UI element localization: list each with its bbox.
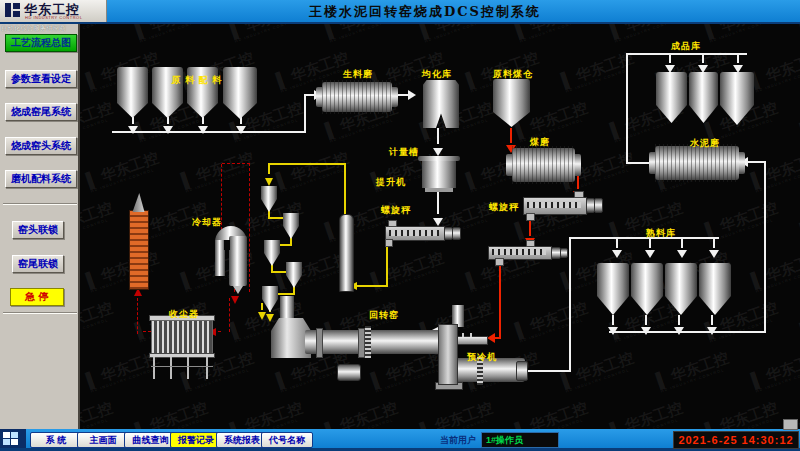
taskbar-button-system[interactable]: 系 统: [30, 432, 82, 448]
arrowhead: [645, 250, 655, 258]
sidebar-item-parameter-settings[interactable]: 参数查看设定: [5, 70, 77, 88]
watermark: ▌ 华东工控HD INDUSTRY CONTROL: [749, 348, 800, 393]
label-raw-coal-bin: 原料煤仓: [493, 68, 533, 81]
watermark: ▌ 华东工控HD INDUSTRY CONTROL: [749, 148, 800, 193]
silo: [597, 263, 629, 296]
screw-flights: [527, 202, 581, 208]
sidebar: 自动化综合服务供应商 工艺流程总图 参数查看设定 烧成窑尾系统 烧成窑头系统 磨…: [0, 24, 80, 429]
arrowhead: [198, 126, 208, 134]
gas-line: [249, 163, 250, 292]
flow-line: [167, 117, 169, 124]
process-diagram: 原 料 配 料 生料磨 均化库 原料煤仓 煤磨 计量槽 螺旋秤 螺旋秤 提升机 …: [80, 24, 800, 429]
kiln-drive-motor: [337, 364, 361, 381]
burner-mark: [462, 333, 464, 337]
arrowhead: [408, 90, 416, 100]
label-screw-scale-right: 螺旋秤: [489, 201, 519, 214]
watermark: ▌ 华东工控HD INDUSTRY CONTROL: [513, 298, 591, 343]
silo: [493, 79, 530, 112]
arrowhead: [128, 126, 138, 134]
watermark: ▌ 华东工控HD INDUSTRY CONTROL: [80, 298, 116, 343]
silo: [631, 263, 663, 296]
emergency-stop-button[interactable]: 急 停: [10, 288, 64, 306]
flow-line: [737, 55, 739, 63]
flow-line: [202, 117, 204, 124]
arrowhead: [163, 126, 173, 134]
gas-line: [229, 298, 230, 332]
flow-line: [612, 315, 614, 325]
flow-line: [261, 303, 263, 310]
kiln-girth-gear: [365, 326, 371, 358]
watermark: ▌ 华东工控HD INDUSTRY CONTROL: [323, 24, 401, 44]
chute: [388, 220, 397, 227]
label-coal-mill: 煤磨: [530, 136, 550, 149]
label-elevator: 提升机: [376, 176, 406, 189]
watermark: ▌ 华东工控HD INDUSTRY CONTROL: [418, 24, 496, 44]
flow-line: [702, 55, 704, 63]
gas-line: [222, 163, 250, 164]
flow-line: [569, 237, 719, 239]
arrowhead: [236, 126, 246, 134]
sidebar-item-kiln-head-system[interactable]: 烧成窑头系统: [5, 137, 77, 155]
arrowhead: [677, 250, 687, 258]
taskbar-button-code-names[interactable]: 代号名称: [261, 432, 313, 448]
flow-line: [304, 95, 306, 133]
sidebar-divider: [3, 312, 77, 314]
kiln-tyre: [316, 328, 323, 358]
sidebar-item-process-overview[interactable]: 工艺流程总图: [5, 34, 77, 52]
motor: [452, 227, 461, 240]
flow-line: [132, 117, 134, 124]
motor: [594, 198, 603, 213]
watermark: ▌ 华东工控HD INDUSTRY CONTROL: [703, 398, 781, 429]
flow-line: [112, 131, 306, 133]
kiln-head-housing: [438, 324, 458, 385]
arrowhead: [266, 314, 274, 322]
screw-flights: [492, 249, 546, 255]
chute: [526, 213, 535, 221]
flow-line: [437, 190, 439, 214]
dust-collector-brace: [151, 366, 213, 367]
flow-line: [268, 163, 346, 165]
windows-logo-icon: [11, 439, 18, 445]
label-raw-batching: 原 料 配 料: [172, 74, 223, 87]
start-button[interactable]: [0, 429, 26, 448]
metering-tank: [422, 161, 456, 188]
sidebar-item-kiln-tail-system[interactable]: 烧成窑尾系统: [5, 103, 77, 121]
silo: [720, 72, 754, 105]
taskbar-button-alarm-record[interactable]: 报警记录: [170, 432, 222, 448]
watermark: ▌ 华东工控HD INDUSTRY CONTROL: [608, 398, 686, 429]
kiln-tyre: [358, 328, 365, 358]
sidebar-item-kiln-head-interlock[interactable]: 窑头联锁: [12, 221, 64, 239]
watermark: ▌ 华东工控HD INDUSTRY CONTROL: [80, 98, 116, 143]
label-metering-tank: 计量槽: [389, 146, 419, 159]
arrowhead: [265, 178, 273, 186]
sidebar-item-kiln-tail-interlock[interactable]: 窑尾联锁: [12, 255, 64, 273]
silo: [689, 72, 718, 105]
current-user-label: 当前用户: [440, 434, 476, 447]
kiln-riser-pipe: [280, 296, 294, 320]
burner-mark: [470, 333, 472, 337]
precooler-cap: [516, 361, 528, 381]
flow-line: [645, 315, 647, 325]
flow-line: [609, 331, 766, 333]
dust-collector-body: [151, 320, 213, 355]
page-title: 王楼水泥回转窑烧成DCS控制系统: [309, 3, 541, 21]
windows-logo-icon: [3, 432, 10, 438]
resize-handle: [783, 419, 798, 430]
watermark: ▌ 华东工控HD INDUSTRY CONTROL: [418, 398, 496, 429]
current-user-value: 1#操作员: [481, 432, 559, 448]
flow-line: [357, 285, 388, 287]
watermark: ▌ 华东工控HD INDUSTRY CONTROL: [84, 148, 162, 193]
watermark: ▌ 华东工控HD INDUSTRY CONTROL: [80, 398, 116, 429]
silo: [656, 72, 687, 105]
label-raw-mill: 生料磨: [343, 68, 373, 81]
windows-logo-icon: [11, 432, 18, 438]
sidebar-item-mill-batching-system[interactable]: 磨机配料系统: [5, 170, 77, 188]
flow-line: [386, 242, 388, 286]
sidebar-divider: [3, 203, 77, 205]
watermark: ▌ 华东工控HD INDUSTRY CONTROL: [274, 148, 352, 193]
motor: [560, 248, 568, 258]
cooler-body: [229, 236, 247, 286]
logo-plate: 华东工控 HD INDUSTRY CONTROL: [0, 0, 107, 23]
silo: [699, 263, 731, 296]
taskbar-button-main-screen[interactable]: 主画面: [77, 432, 129, 448]
